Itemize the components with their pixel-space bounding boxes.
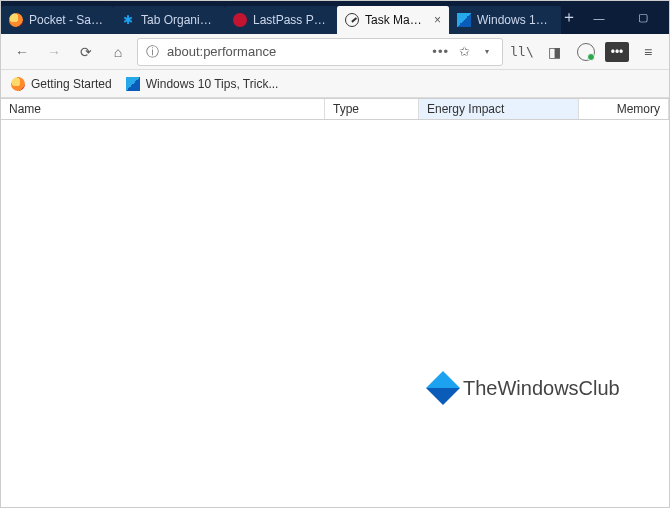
browser-tab[interactable]: Task Manager× xyxy=(337,6,449,34)
reader-mode-icon[interactable]: ✩ xyxy=(459,44,470,59)
tab-label: Task Manager xyxy=(365,13,428,27)
page-actions-icon[interactable]: ••• xyxy=(432,44,449,59)
tab-strip: Pocket - Save ne✱Tab OrganizersLastPass … xyxy=(1,1,561,34)
reload-button[interactable]: ⟳ xyxy=(73,39,99,65)
gauge-icon xyxy=(345,13,359,27)
window-titlebar: Pocket - Save ne✱Tab OrganizersLastPass … xyxy=(1,1,669,34)
windows-icon xyxy=(457,13,471,27)
forward-button[interactable]: → xyxy=(41,39,67,65)
table-header: Name Type Energy Impact Memory xyxy=(1,98,669,120)
column-header-memory[interactable]: Memory xyxy=(579,99,669,119)
back-button[interactable]: ← xyxy=(9,39,35,65)
browser-tab[interactable]: ✱Tab Organizers xyxy=(113,6,225,34)
tab-label: Tab Organizers xyxy=(141,13,217,27)
url-bar[interactable]: ⓘ about:performance ••• ✩ ▾ xyxy=(137,38,503,66)
url-text: about:performance xyxy=(167,44,424,59)
window-maximize-button[interactable]: ▢ xyxy=(621,1,665,34)
identity-icon[interactable]: ⓘ xyxy=(146,43,159,61)
column-header-type[interactable]: Type xyxy=(325,99,419,119)
window-close-button[interactable]: ✕ xyxy=(665,1,670,34)
browser-tab[interactable]: LastPass Passwo xyxy=(225,6,337,34)
bookmark-item[interactable]: Windows 10 Tips, Trick... xyxy=(126,77,279,91)
column-header-energy[interactable]: Energy Impact xyxy=(419,99,579,119)
home-button[interactable]: ⌂ xyxy=(105,39,131,65)
addon-star-icon: ✱ xyxy=(121,13,135,27)
lastpass-icon xyxy=(233,13,247,27)
toolbar-actions: ll\ ◨ ••• ≡ xyxy=(509,39,661,65)
new-tab-button[interactable]: ＋ xyxy=(561,1,577,34)
bookmark-item[interactable]: Getting Started xyxy=(11,77,112,91)
browser-tab[interactable]: Pocket - Save ne xyxy=(1,6,113,34)
firefox-icon xyxy=(9,13,23,27)
bookmarks-toolbar: Getting StartedWindows 10 Tips, Trick... xyxy=(1,70,669,98)
tab-close-icon[interactable]: × xyxy=(434,13,441,27)
bookmark-label: Windows 10 Tips, Trick... xyxy=(146,77,279,91)
window-minimize-button[interactable]: — xyxy=(577,1,621,34)
watermark-text: TheWindowsClub xyxy=(463,377,620,400)
tab-label: LastPass Passwo xyxy=(253,13,329,27)
windows-icon xyxy=(126,77,140,91)
firefox-icon xyxy=(11,77,25,91)
window-controls: — ▢ ✕ xyxy=(577,1,670,34)
bookmark-label: Getting Started xyxy=(31,77,112,91)
fxa-avatar-icon[interactable] xyxy=(573,39,599,65)
browser-tab[interactable]: Windows 10 Tips xyxy=(449,6,561,34)
urlbar-dropdown-icon[interactable]: ▾ xyxy=(480,47,494,56)
nav-toolbar: ← → ⟳ ⌂ ⓘ about:performance ••• ✩ ▾ ll\ … xyxy=(1,34,669,70)
overflow-menu-icon[interactable]: ••• xyxy=(605,42,629,62)
column-header-name[interactable]: Name xyxy=(1,99,325,119)
hamburger-menu-icon[interactable]: ≡ xyxy=(635,39,661,65)
watermark: TheWindowsClub xyxy=(431,376,620,400)
sidebar-icon[interactable]: ◨ xyxy=(541,39,567,65)
tab-label: Windows 10 Tips xyxy=(477,13,553,27)
tab-label: Pocket - Save ne xyxy=(29,13,105,27)
library-icon[interactable]: ll\ xyxy=(509,39,535,65)
watermark-logo-icon xyxy=(426,371,460,405)
